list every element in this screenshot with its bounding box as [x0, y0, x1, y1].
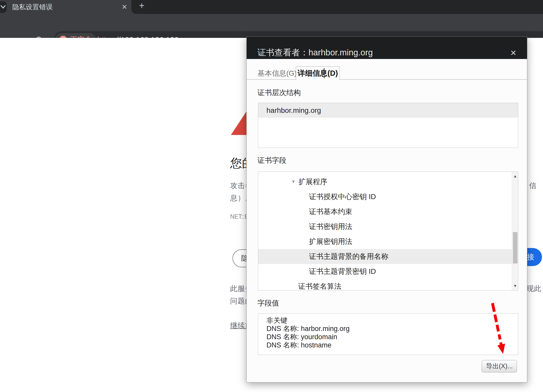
tree-item-label: 证书主题背景密钥 ID — [309, 267, 376, 275]
error-paragraph-line-tail: 信 — [529, 180, 537, 191]
field-value-line: DNS 名称: hostname — [266, 341, 518, 349]
tree-item-label: 证书授权中心密钥 ID — [309, 193, 376, 201]
tree-item-label: 证书基本约束 — [309, 208, 352, 216]
tree-item-label: 证书密钥用法 — [309, 223, 352, 231]
dialog-close-icon[interactable]: ✕ — [508, 48, 519, 58]
field-value-line: 非关键 — [266, 316, 518, 325]
browser-toolbar: ← → ⟳ ✕ 不安全 https://192.168.126.132 — [0, 14, 543, 38]
tree-item-label: 证书签名算法 — [298, 282, 341, 290]
screenshot-root: 隐私设置错误 ✕ + ← → ⟳ ✕ 不安全 https://192.168.1… — [0, 0, 543, 392]
tab-close-icon[interactable]: ✕ — [120, 3, 129, 11]
scrollbar-thumb[interactable] — [513, 232, 517, 263]
fields-label: 证书字段 — [257, 156, 286, 165]
warning-triangle-icon — [231, 111, 247, 135]
scrollbar[interactable]: ▲ ▼ — [512, 172, 518, 290]
dialog-title: 证书查看者：harhbor.ming.org — [257, 47, 373, 58]
tree-item[interactable]: 证书授权中心密钥 ID — [258, 189, 518, 204]
hierarchy-listbox: harhbor.ming.org — [258, 103, 518, 148]
tab-separator-line — [247, 79, 296, 80]
error-detail-line-tail: 现此 — [527, 283, 541, 294]
hierarchy-label: 证书层次结构 — [257, 88, 301, 98]
scroll-up-icon[interactable]: ▲ — [512, 172, 518, 180]
tree-item-label: 扩展密钥用法 — [309, 237, 352, 245]
tree-item[interactable]: 证书基本约束 — [258, 204, 518, 219]
scroll-down-icon[interactable]: ▼ — [512, 282, 518, 290]
tree-item[interactable]: 扩展密钥用法 — [258, 234, 518, 249]
tab-basic-info[interactable]: 基本信息(G) — [257, 67, 297, 79]
fields-tree: ▼ 扩展程序 证书授权中心密钥 ID 证书基本约束 证书密钥用法 扩展密钥用法 … — [258, 172, 518, 291]
tab-detail-info[interactable]: 详细信息(D) — [296, 66, 340, 80]
dialog-header: 证书查看者：harhbor.ming.org ✕ — [247, 37, 527, 59]
field-value-box: 非关键 DNS 名称: harbor.ming.org DNS 名称: your… — [258, 313, 518, 355]
tree-item[interactable]: 证书签名算法 — [258, 279, 518, 291]
export-button[interactable]: 导出(X)... — [482, 360, 517, 372]
certificate-viewer-dialog: 证书查看者：harhbor.ming.org ✕ 基本信息(G) 详细信息(D)… — [246, 36, 527, 382]
tab-search-button[interactable] — [0, 1, 7, 13]
chevron-down-icon — [0, 1, 7, 13]
tree-item-label: 扩展程序 — [298, 178, 327, 186]
new-tab-icon[interactable]: + — [137, 1, 147, 11]
tab-separator-line — [340, 79, 527, 80]
hierarchy-item-selected[interactable]: harhbor.ming.org — [258, 103, 518, 118]
expand-caret-icon[interactable]: ▼ — [291, 174, 296, 189]
tab-strip-empty-area — [131, 0, 543, 14]
tree-item-extensions[interactable]: ▼ 扩展程序 — [258, 174, 518, 189]
tree-item[interactable]: 证书密钥用法 — [258, 219, 518, 234]
tree-item-label: 证书主题背景的备用名称 — [309, 252, 388, 260]
browser-tab-bar: 隐私设置错误 ✕ + — [0, 0, 543, 14]
tree-item-subject-alt-name-selected[interactable]: 证书主题背景的备用名称 — [258, 249, 518, 264]
browser-tab-title[interactable]: 隐私设置错误 — [12, 2, 110, 12]
field-value-line: DNS 名称: harbor.ming.org — [266, 325, 518, 333]
text-caret — [324, 68, 324, 78]
field-value-label: 字段值 — [257, 298, 279, 308]
field-value-line: DNS 名称: yourdomain — [266, 333, 518, 341]
tree-item[interactable]: 证书主题背景密钥 ID — [258, 264, 518, 279]
